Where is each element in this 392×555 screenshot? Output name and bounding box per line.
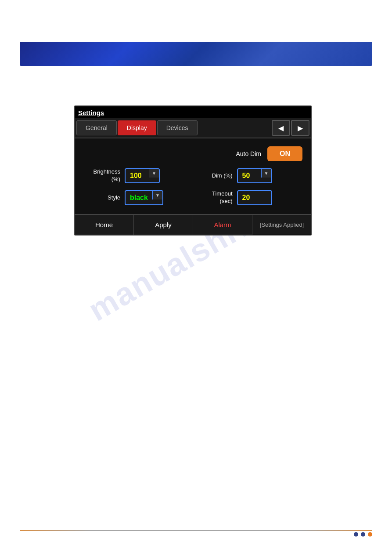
tab-bar: General Display Devices ◀ ▶ bbox=[75, 118, 311, 138]
style-value: black bbox=[126, 191, 152, 204]
style-row: Style black ▼ bbox=[81, 187, 193, 209]
auto-dim-button[interactable]: ON bbox=[267, 146, 302, 161]
dim-control[interactable]: 50 ▼ bbox=[237, 168, 272, 183]
brightness-control[interactable]: 100 ▼ bbox=[125, 168, 160, 183]
dim-label: Dim (%) bbox=[198, 172, 233, 180]
status-display: [Settings Applied] bbox=[252, 215, 311, 234]
tab-devices[interactable]: Devices bbox=[157, 120, 198, 135]
dim-dropdown-arrow[interactable]: ▼ bbox=[261, 169, 271, 178]
timeout-label: Timeout(sec) bbox=[198, 190, 233, 205]
home-button[interactable]: Home bbox=[75, 215, 134, 235]
alarm-button[interactable]: Alarm bbox=[193, 215, 252, 235]
footer-dot-1 bbox=[354, 532, 358, 537]
top-banner bbox=[20, 42, 372, 66]
tab-display[interactable]: Display bbox=[118, 120, 156, 135]
dim-value: 50 bbox=[238, 169, 261, 182]
settings-panel: Settings General Display Devices ◀ ▶ Aut… bbox=[74, 105, 312, 236]
timeout-value: 20 bbox=[242, 194, 250, 202]
dim-row: Dim (%) 50 ▼ bbox=[193, 165, 306, 187]
timeout-row: Timeout(sec) 20 bbox=[193, 187, 306, 209]
tab-general[interactable]: General bbox=[76, 120, 117, 135]
bottom-bar: Home Apply Alarm [Settings Applied] bbox=[75, 214, 311, 235]
style-control[interactable]: black ▼ bbox=[125, 190, 163, 205]
style-dropdown-arrow[interactable]: ▼ bbox=[152, 191, 162, 200]
footer-line bbox=[20, 530, 372, 531]
content-area: Auto Dim ON Brightness(%) 100 ▼ Dim (%) … bbox=[75, 138, 311, 214]
brightness-row: Brightness(%) 100 ▼ bbox=[81, 165, 193, 187]
auto-dim-label: Auto Dim bbox=[236, 150, 261, 157]
tab-next-button[interactable]: ▶ bbox=[291, 120, 309, 136]
brightness-label: Brightness(%) bbox=[85, 168, 120, 183]
settings-title: Settings bbox=[75, 106, 311, 118]
tab-prev-button[interactable]: ◀ bbox=[272, 120, 290, 136]
timeout-control[interactable]: 20 bbox=[237, 190, 272, 205]
footer-dot-3 bbox=[368, 532, 372, 537]
brightness-dropdown-arrow[interactable]: ▼ bbox=[149, 169, 159, 178]
auto-dim-row: Auto Dim ON bbox=[79, 144, 307, 165]
brightness-value: 100 bbox=[126, 169, 149, 182]
settings-grid: Brightness(%) 100 ▼ Dim (%) 50 ▼ Style b… bbox=[79, 165, 307, 209]
style-label: Style bbox=[85, 194, 120, 202]
apply-button[interactable]: Apply bbox=[134, 215, 193, 235]
footer-dot-2 bbox=[361, 532, 365, 537]
footer-dots bbox=[354, 532, 372, 537]
